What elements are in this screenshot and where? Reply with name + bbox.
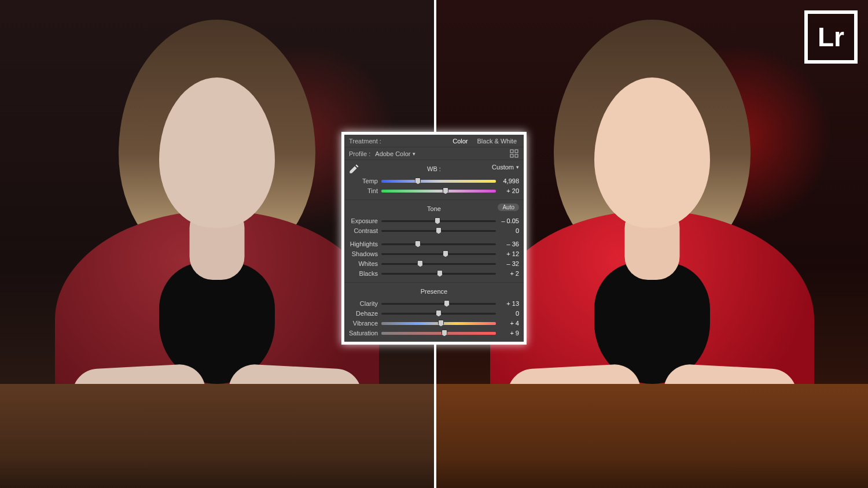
contrast-value: 0 (496, 227, 519, 234)
dehaze-slider[interactable]: Dehaze 0 (349, 309, 519, 317)
exposure-value: – 0.05 (496, 217, 519, 224)
presence-section-title: Presence (421, 288, 447, 295)
tone-section-title: Tone (427, 205, 441, 212)
svg-rect-2 (510, 154, 513, 157)
clarity-slider[interactable]: Clarity + 13 (349, 299, 519, 308)
treatment-color-tab[interactable]: Color (450, 136, 470, 146)
svg-rect-1 (515, 150, 518, 153)
lightroom-logo: Lr (804, 10, 858, 64)
saturation-value: + 9 (496, 330, 519, 337)
treatment-bw-tab[interactable]: Black & White (475, 136, 519, 146)
tint-value: + 20 (496, 187, 519, 194)
blacks-value: + 2 (496, 270, 519, 277)
vibrance-value: + 4 (496, 320, 519, 327)
profile-dropdown-icon[interactable]: ▾ (413, 151, 415, 157)
highlights-value: – 36 (496, 241, 519, 247)
saturation-slider[interactable]: Saturation + 9 (349, 328, 519, 337)
shadows-slider[interactable]: Shadows + 12 (349, 249, 519, 258)
treatment-label: Treatment : (349, 138, 381, 145)
profile-browser-icon[interactable] (510, 149, 519, 158)
svg-rect-3 (515, 154, 518, 157)
eyedropper-icon[interactable] (348, 162, 361, 175)
svg-rect-0 (510, 150, 513, 153)
exposure-slider[interactable]: Exposure – 0.05 (349, 216, 519, 225)
whites-slider[interactable]: Whites – 32 (349, 259, 519, 268)
wb-section-title: WB : (427, 165, 441, 172)
contrast-slider[interactable]: Contrast 0 (349, 226, 519, 235)
tone-auto-button[interactable]: Auto (498, 204, 519, 211)
highlights-slider[interactable]: Highlights – 36 (349, 239, 519, 248)
temp-slider[interactable]: Temp 4,998 (349, 176, 519, 185)
profile-label: Profile : (349, 150, 370, 157)
profile-value[interactable]: Adobe Color (375, 150, 410, 157)
whites-value: – 32 (496, 260, 519, 267)
tint-slider[interactable]: Tint + 20 (349, 186, 519, 195)
dehaze-value: 0 (496, 310, 519, 317)
vibrance-slider[interactable]: Vibrance + 4 (349, 319, 519, 327)
temp-value: 4,998 (496, 178, 519, 184)
basic-panel: Treatment : Color Black & White Profile … (341, 132, 527, 345)
shadows-value: + 12 (496, 250, 519, 257)
wb-mode-dropdown[interactable]: Custom▾ (492, 164, 519, 171)
clarity-value: + 13 (496, 300, 519, 307)
blacks-slider[interactable]: Blacks + 2 (349, 269, 519, 278)
